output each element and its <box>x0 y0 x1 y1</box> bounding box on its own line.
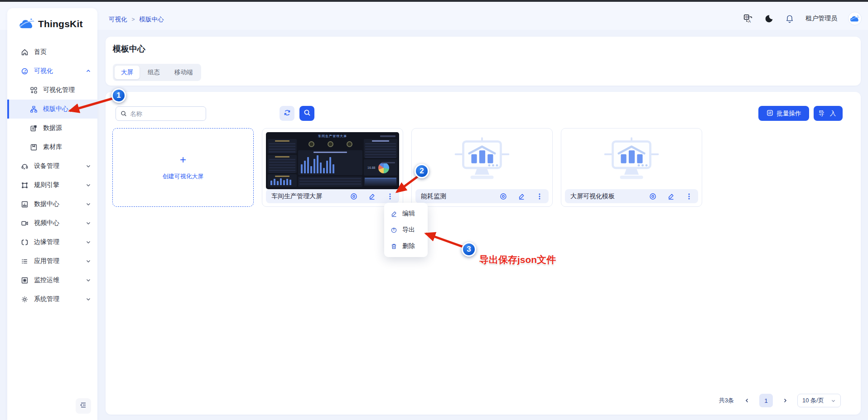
search-icon <box>304 109 311 118</box>
chevron-down-icon <box>86 220 91 226</box>
sidebar-item-label: 可视化管理 <box>43 86 75 94</box>
placeholder-illustration <box>415 132 549 189</box>
breadcrumb-template-center[interactable]: 模版中心 <box>140 15 164 24</box>
edit-icon[interactable] <box>368 193 376 200</box>
tabs: 大屏 组态 移动端 <box>113 64 201 81</box>
edit-icon[interactable] <box>667 193 675 200</box>
card-footer: 大屏可视化模板 <box>565 189 698 203</box>
export-icon <box>391 227 397 234</box>
create-big-screen-card[interactable]: + 创建可视化大屏 <box>112 128 254 207</box>
video-center-icon <box>21 220 29 227</box>
delete-icon <box>391 243 397 250</box>
placeholder-illustration <box>565 132 698 189</box>
visualization-manage-icon <box>30 86 38 94</box>
menu-item-delete[interactable]: 删除 <box>384 238 428 254</box>
sidebar-item-material-library[interactable]: 素材库 <box>7 138 97 157</box>
sidebar-item-app-manage[interactable]: 应用管理 <box>7 252 97 271</box>
refresh-button[interactable] <box>280 106 294 121</box>
chevron-down-icon <box>86 182 91 188</box>
sidebar-item-label: 数据源 <box>43 124 62 132</box>
system-manage-icon <box>21 296 29 303</box>
svg-text:中: 中 <box>745 15 749 19</box>
template-card-energy[interactable]: 能耗监测 <box>411 128 553 207</box>
material-library-icon <box>30 143 38 151</box>
preview-icon[interactable] <box>350 193 357 200</box>
sidebar-nav: 首页 可视化 可视化管理 模版中心 <box>7 43 97 309</box>
sidebar-item-label: 规则引擎 <box>34 181 59 189</box>
sidebar-item-label: 设备管理 <box>34 162 59 170</box>
more-icon[interactable] <box>685 193 693 200</box>
sidebar-item-rule-engine[interactable]: 规则引擎 <box>7 176 97 195</box>
sidebar-item-template-center[interactable]: 模版中心 <box>7 100 97 119</box>
search-input[interactable] <box>130 110 210 117</box>
preview-icon[interactable] <box>500 193 507 200</box>
card-footer: 车间生产管理大屏 <box>266 189 399 203</box>
sidebar-item-system-manage[interactable]: 系统管理 <box>7 290 97 309</box>
template-thumbnail: 车间生产管理大屏 16.8 <box>266 132 399 189</box>
avatar[interactable] <box>848 12 862 25</box>
sidebar: ThingsKit 首页 可视化 可视化管理 <box>7 8 97 420</box>
sidebar-item-visualization-manage[interactable]: 可视化管理 <box>7 81 97 100</box>
batch-operation-button[interactable]: 批量操作 <box>758 106 809 121</box>
more-icon[interactable] <box>536 193 543 200</box>
tab-big-screen[interactable]: 大屏 <box>115 66 140 79</box>
search-button[interactable] <box>299 106 314 121</box>
sidebar-item-datasource[interactable]: 数据源 <box>7 119 97 138</box>
template-grid: + 创建可视化大屏 车间生产管理大屏 <box>112 128 852 207</box>
datasource-icon <box>30 124 38 132</box>
import-button[interactable]: 导 入 <box>814 106 843 121</box>
translate-icon[interactable]: 中 A <box>743 14 753 24</box>
next-page-button[interactable] <box>780 396 790 406</box>
sidebar-item-device-manage[interactable]: 设备管理 <box>7 157 97 176</box>
collapse-sidebar-button[interactable] <box>76 398 91 414</box>
sidebar-item-label: 应用管理 <box>34 257 59 265</box>
sidebar-item-label: 数据中心 <box>34 200 59 208</box>
preview-icon[interactable] <box>649 193 656 200</box>
edit-icon[interactable] <box>518 193 525 200</box>
area-chart <box>365 178 396 185</box>
card-context-menu: 编辑 导出 删除 <box>384 203 428 257</box>
topbar: 可视化 > 模版中心 中 A 租户管理员 <box>0 2 868 30</box>
sidebar-item-label: 监控运维 <box>34 276 59 284</box>
menu-item-export[interactable]: 导出 <box>384 222 428 238</box>
template-card-workshop[interactable]: 车间生产管理大屏 16.8 <box>262 128 403 207</box>
chevron-down-icon <box>86 201 91 207</box>
edge-manage-icon <box>21 239 29 246</box>
template-title: 大屏可视化模板 <box>570 192 649 200</box>
search-box <box>116 106 206 121</box>
breadcrumb-visualization[interactable]: 可视化 <box>109 15 127 24</box>
pie-chart <box>378 162 389 173</box>
user-name[interactable]: 租户管理员 <box>805 14 837 23</box>
visualization-icon <box>21 67 29 75</box>
logo-cloud-icon <box>19 18 34 30</box>
template-card-bigscreen-template[interactable]: 大屏可视化模板 <box>561 128 702 207</box>
template-center-icon <box>30 105 38 113</box>
svg-text:A: A <box>748 19 751 24</box>
edit-icon <box>391 210 397 217</box>
prev-page-button[interactable] <box>742 396 752 406</box>
sidebar-item-data-center[interactable]: 数据中心 <box>7 195 97 214</box>
menu-item-edit[interactable]: 编辑 <box>384 205 428 222</box>
plus-icon: + <box>180 154 186 165</box>
sidebar-item-edge-manage[interactable]: 边缘管理 <box>7 233 97 252</box>
sidebar-item-home[interactable]: 首页 <box>7 43 97 62</box>
sidebar-item-label: 模版中心 <box>43 105 68 113</box>
more-icon[interactable] <box>386 193 394 200</box>
app-manage-icon <box>21 258 29 265</box>
card-footer: 能耗监测 <box>415 189 549 203</box>
batch-operation-icon <box>767 110 773 118</box>
sidebar-item-visualization[interactable]: 可视化 <box>7 62 97 81</box>
chevron-down-icon <box>86 163 91 169</box>
home-icon <box>21 48 29 56</box>
sidebar-item-video-center[interactable]: 视频中心 <box>7 214 97 233</box>
notification-icon[interactable] <box>785 14 795 24</box>
tab-mobile[interactable]: 移动端 <box>168 66 199 79</box>
page-size-select[interactable]: 10 条/页 <box>797 394 841 407</box>
rule-engine-icon <box>21 181 29 189</box>
tab-scada[interactable]: 组态 <box>141 66 166 79</box>
dark-mode-icon[interactable] <box>764 14 774 24</box>
collapse-sidebar-icon <box>79 401 87 411</box>
sidebar-item-monitor-ops[interactable]: 监控运维 <box>7 271 97 290</box>
sidebar-item-label: 边缘管理 <box>34 238 59 246</box>
page-number-1[interactable]: 1 <box>759 394 773 407</box>
